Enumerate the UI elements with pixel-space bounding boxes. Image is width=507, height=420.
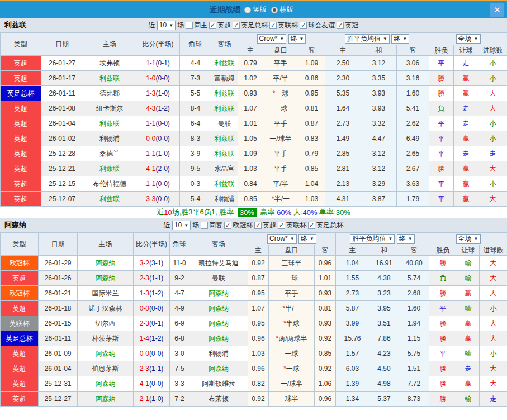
odds-time-select[interactable]: 终▼ [288, 34, 306, 44]
home-team: 桑德兰 [83, 146, 136, 161]
handicap: *半球 [269, 316, 315, 331]
col-header-4: 角球 [170, 233, 189, 256]
home-odds: 1.03 [238, 161, 263, 176]
checkbox-icon: ✓ [233, 22, 240, 29]
chevron-down-icon: ▼ [402, 36, 407, 41]
handicap: 平手 [263, 146, 298, 161]
avg-home: 3.99 [336, 316, 369, 331]
handicap-result-mark: 輸 [457, 392, 480, 407]
scope-select[interactable]: 全场▼ [456, 34, 481, 44]
league-checkbox-4[interactable]: ✓英冠 [337, 21, 358, 30]
halftime-score: (1-1) [149, 365, 163, 373]
match-row: 英超26-01-17利兹联1-0(0-0)7-3富勒姆1.02平/半0.862.… [1, 71, 507, 86]
handicap-text: 平手 [274, 59, 287, 67]
match-count-select[interactable]: 10▼ [157, 21, 176, 30]
score: 1-1(0-0) [136, 116, 180, 131]
match-date: 25-12-31 [39, 376, 78, 392]
avg-away: 7.72 [399, 376, 429, 392]
result-mark: 負 [429, 101, 454, 116]
away-team: 利兹联 [211, 101, 238, 116]
league-badge: 英联杯 [1, 316, 39, 331]
home-team: 阿森纳 [78, 392, 134, 407]
handicap-text: 平手 [274, 165, 287, 173]
match-date: 26-01-27 [41, 56, 83, 71]
filter-bar: 近10▼场同主✓英超✓英足总杯✓英联杯✓球会友谊✓英冠 [149, 21, 358, 30]
sub-header-5: 客 [397, 45, 429, 56]
col-header-2: 主场 [83, 33, 136, 56]
titlebar: 近期战绩 竖版 横版 ✕ [0, 1, 507, 18]
away-team: 曼联 [211, 116, 238, 131]
avg-draw: 3.87 [361, 192, 397, 207]
fulltime-score: 1-0 [146, 74, 155, 82]
checkbox-icon: ✓ [337, 22, 344, 29]
header-group-row: 类型日期主场比分(半场)角球客场Crow*▼ 终▼胜平负均值▼ 终▼全场▼ [1, 233, 507, 245]
summary-segment: 10 [164, 208, 172, 217]
away-team: 利兹联 [211, 146, 238, 161]
league-checkbox-3[interactable]: ✓英足总杯 [308, 221, 343, 230]
avg-type-select[interactable]: 胜平负均值▼ [350, 234, 395, 244]
match-row: 英联杯26-01-15切尔西2-3(0-1)6-9阿森纳0.95*半球0.933… [1, 316, 507, 331]
same-venue-checkbox[interactable]: 同客 [201, 221, 222, 230]
section-header-1: 阿森纳近10▼场同客✓欧冠杯✓英超✓英联杯✓英足总杯 [0, 218, 507, 232]
handicap: *半/一 [263, 192, 298, 207]
team-name: 阿森纳 [4, 220, 26, 230]
league-badge: 英超 [1, 161, 41, 176]
fulltime-score: 1-3 [140, 289, 149, 297]
league-checkbox-0[interactable]: ✓欧冠杯 [224, 221, 253, 230]
scope-select-value: 全场 [458, 234, 472, 244]
halftime-score: (0-0) [149, 380, 163, 388]
handicap-text: 一/球半 [281, 380, 302, 388]
avg-time-select[interactable]: 终▼ [391, 34, 409, 44]
handicap-result-mark: 赢 [454, 176, 478, 192]
chevron-down-icon: ▼ [169, 23, 173, 28]
chevron-down-icon: ▼ [279, 36, 284, 41]
score: 1-4(1-2) [134, 331, 170, 346]
same-venue-checkbox[interactable]: 同主 [186, 21, 207, 30]
match-date: 25-12-15 [41, 176, 83, 192]
odds-company-select[interactable]: Crow*▼ [267, 234, 297, 244]
avg-home: 4.31 [325, 192, 361, 207]
checkbox-icon: ✓ [254, 222, 262, 229]
league-checkbox-3[interactable]: ✓球会友谊 [300, 21, 335, 30]
corner-score: 5-5 [180, 86, 211, 101]
odds-time-select[interactable]: 终▼ [298, 234, 316, 244]
match-count-select[interactable]: 10▼ [172, 221, 191, 230]
avg-draw: 16.91 [369, 256, 399, 271]
away-team: 利兹联 [211, 86, 238, 101]
avg-draw: 3.51 [369, 316, 399, 331]
unit-label: 场 [192, 221, 199, 230]
handicap-text: 平手 [274, 120, 287, 127]
league-checkbox-1[interactable]: ✓英足总杯 [233, 21, 268, 30]
away-team: 阿森纳 [189, 361, 248, 376]
col-header-0: 类型 [1, 233, 39, 256]
avg-away: 1.79 [397, 192, 429, 207]
league-badge: 英超 [1, 131, 41, 146]
scope-select[interactable]: 全场▼ [456, 234, 481, 244]
avg-type-select[interactable]: 胜平负均值▼ [345, 34, 390, 44]
close-button[interactable]: ✕ [490, 3, 504, 17]
summary-segment: 40% [302, 208, 317, 217]
avg-time-select[interactable]: 终▼ [397, 234, 415, 244]
sub-header-1: 盘口 [263, 45, 298, 56]
league-checkbox-0[interactable]: ✓英超 [209, 21, 231, 30]
scope-select-value: 全场 [458, 34, 472, 44]
league-checkbox-2[interactable]: ✓英联杯 [278, 221, 306, 230]
league-checkbox-2[interactable]: ✓英联杯 [269, 21, 298, 30]
goals-mark: 大 [478, 161, 507, 176]
avg-home: 2.30 [325, 71, 361, 86]
league-checkbox-3-label: 英足总杯 [316, 221, 343, 230]
goals-mark: 大 [478, 86, 507, 101]
league-checkbox-1-label: 英超 [263, 221, 276, 230]
handicap-text: 三球半 [282, 259, 302, 267]
match-date: 26-01-29 [39, 256, 78, 271]
odds-company-select[interactable]: Crow*▼ [257, 34, 287, 44]
away-team: 曼联 [189, 271, 248, 286]
away-team: 富勒姆 [211, 71, 238, 86]
radio-horizontal[interactable]: 横版 [271, 5, 293, 15]
match-row: 英超25-12-27阿森纳2-1(1-0)7-2布莱顿0.92球半0.961.3… [1, 392, 507, 407]
fulltime-score: 4-1 [140, 380, 149, 388]
league-checkbox-1[interactable]: ✓英超 [254, 221, 276, 230]
result-mark: 平 [429, 56, 454, 71]
handicap-result-mark: 走 [457, 361, 480, 376]
radio-vertical[interactable]: 竖版 [244, 5, 267, 15]
